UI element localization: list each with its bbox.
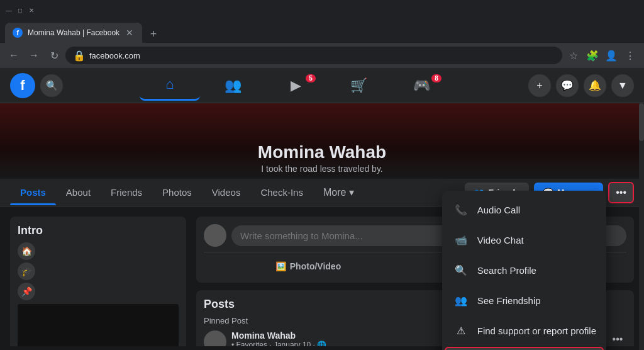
intro-icon-2: 🎓	[18, 262, 35, 280]
phone-icon: 📞	[452, 201, 470, 218]
forward-button[interactable]: →	[25, 47, 43, 64]
new-tab-button[interactable]: +	[145, 25, 162, 43]
intro-icon-1: 🏠	[18, 242, 35, 260]
left-column: Intro 🏠 🎓 📌	[10, 217, 186, 336]
nav-home[interactable]: ⌂	[140, 71, 200, 101]
bookmark-button[interactable]: ☆	[565, 47, 582, 64]
photo-video-label: Photo/Video	[290, 261, 341, 271]
photo-icon: 🖼️	[275, 261, 286, 271]
video-chat-label: Video Chat	[477, 235, 524, 246]
active-tab[interactable]: f Momina Wahab | Facebook ✕	[5, 23, 142, 43]
dropdown-report[interactable]: ⚠ Find support or report profile	[442, 315, 606, 346]
dropdown-audio-call[interactable]: 📞 Audio Call	[442, 195, 606, 225]
scrollbar[interactable]	[639, 103, 644, 350]
photo-video-button[interactable]: 🖼️ Photo/Video	[204, 257, 413, 275]
maximize-button[interactable]: □	[16, 6, 24, 14]
address-text: facebook.com	[89, 51, 555, 60]
tab-more[interactable]: More ▾	[313, 179, 364, 206]
dropdown-block[interactable]: 🚫 Block	[445, 347, 604, 350]
nav-friends[interactable]: 👥	[203, 71, 263, 101]
compose-avatar	[204, 224, 226, 247]
intro-title: Intro	[18, 224, 179, 237]
tab-bar: f Momina Wahab | Facebook ✕ +	[0, 20, 644, 43]
tab-friends[interactable]: Friends	[101, 179, 152, 205]
tab-close-button[interactable]: ✕	[125, 28, 135, 38]
dropdown-menu: 📞 Audio Call 📹 Video Chat 🔍 Search Profi…	[442, 191, 606, 350]
more-button[interactable]: •••	[608, 182, 634, 203]
scrollbar-thumb[interactable]	[639, 103, 644, 141]
menu-button[interactable]: ⋮	[621, 47, 639, 64]
browser-window: — □ ✕ f Momina Wahab | Facebook ✕ + ← → …	[0, 0, 644, 68]
dropdown-video-chat[interactable]: 📹 Video Chat	[442, 225, 606, 255]
close-button[interactable]: ✕	[28, 6, 35, 14]
gaming-badge: 8	[431, 74, 441, 82]
fb-nav-right: + 💬 🔔 ▼	[528, 74, 634, 97]
address-bar[interactable]: 🔒 facebook.com	[65, 47, 562, 64]
friends-icon: 👥	[225, 77, 242, 94]
marketplace-icon: 🛒	[350, 77, 367, 94]
see-friendship-label: See Friendship	[477, 295, 541, 306]
video-badge: 5	[306, 74, 316, 82]
tab-about[interactable]: About	[56, 179, 101, 205]
profile-name: Momina Wahab	[258, 142, 386, 162]
title-bar-left: — □ ✕	[5, 6, 35, 14]
tab-videos[interactable]: Videos	[202, 179, 251, 205]
extension-button[interactable]: 🧩	[584, 47, 601, 64]
tab-title: Momina Wahab | Facebook	[28, 28, 119, 37]
profile-cover: Momina Wahab I took the road less travel…	[0, 103, 644, 179]
profile-bio: I took the road less traveled by.	[261, 164, 383, 174]
title-bar: — □ ✕	[0, 0, 644, 20]
intro-box: Intro 🏠 🎓 📌	[10, 217, 186, 346]
dropdown-search-profile[interactable]: 🔍 Search Profile	[442, 255, 606, 285]
tab-photos[interactable]: Photos	[152, 179, 202, 205]
nav-marketplace[interactable]: 🛒	[328, 71, 389, 101]
account-button[interactable]: ▼	[611, 74, 634, 97]
profile-button[interactable]: 👤	[602, 47, 620, 64]
report-label: Find support or report profile	[477, 325, 596, 336]
fb-logo: f	[10, 73, 35, 98]
fb-navbar: f 🔍 ⌂ 👥 ▶ 5 🛒 🎮 8 + 💬 🔔	[0, 68, 644, 103]
intro-row-2: 🎓	[18, 262, 179, 280]
tab-checkins[interactable]: Check-Ins	[250, 179, 313, 205]
reload-button[interactable]: ↻	[45, 47, 63, 64]
tab-posts[interactable]: Posts	[10, 179, 56, 205]
video-icon: ▶	[291, 77, 301, 94]
lock-icon: 🔒	[73, 50, 86, 62]
fb-search-button[interactable]: 🔍	[40, 74, 63, 97]
browser-controls: ← → ↻ 🔒 facebook.com ☆ 🧩 👤 ⋮	[0, 43, 644, 68]
tab-favicon: f	[13, 28, 23, 38]
intro-icon-3: 📌	[18, 283, 35, 300]
search-profile-icon: 🔍	[452, 261, 470, 279]
fb-nav-center: ⌂ 👥 ▶ 5 🛒 🎮 8	[63, 71, 528, 101]
gaming-icon: 🎮	[413, 77, 430, 94]
friendship-icon: 👥	[452, 291, 470, 309]
nav-gaming[interactable]: 🎮 8	[391, 71, 452, 101]
notifications-button[interactable]: 🔔	[584, 74, 606, 97]
search-profile-label: Search Profile	[477, 265, 536, 276]
add-button[interactable]: +	[528, 74, 551, 97]
nav-video[interactable]: ▶ 5	[265, 71, 326, 101]
back-button[interactable]: ←	[5, 47, 23, 64]
audio-call-label: Audio Call	[477, 205, 520, 215]
post-more-button[interactable]: •••	[609, 330, 626, 346]
browser-actions: ☆ 🧩 👤 ⋮	[565, 47, 639, 64]
report-icon: ⚠	[452, 322, 470, 339]
facebook-page: f 🔍 ⌂ 👥 ▶ 5 🛒 🎮 8 + 💬 🔔	[0, 68, 644, 350]
messenger-button[interactable]: 💬	[556, 74, 579, 97]
dropdown-see-friendship[interactable]: 👥 See Friendship	[442, 285, 606, 315]
video-chat-icon: 📹	[452, 231, 470, 249]
intro-row-1: 🏠	[18, 242, 179, 260]
intro-row-3: 📌	[18, 283, 179, 300]
minimize-button[interactable]: —	[5, 6, 13, 14]
post-avatar	[204, 330, 226, 346]
home-icon: ⌂	[165, 76, 174, 93]
window-controls: — □ ✕	[5, 6, 35, 14]
